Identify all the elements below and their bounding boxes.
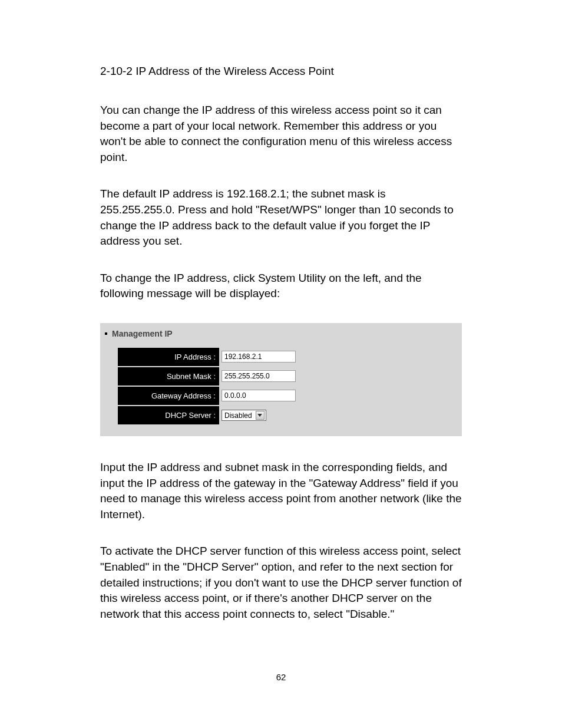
page-number: 62 — [0, 672, 562, 682]
subnet-mask-row: Subnet Mask : — [100, 367, 462, 386]
dhcp-server-row: DHCP Server : Disabled — [100, 406, 462, 424]
paragraph: To change the IP address, click System U… — [100, 271, 462, 302]
paragraph: Input the IP address and subnet mask in … — [100, 460, 462, 522]
subnet-mask-label: Subnet Mask : — [118, 367, 219, 386]
document-page: 2-10-2 IP Address of the Wireless Access… — [0, 0, 562, 728]
gateway-address-label: Gateway Address : — [118, 387, 219, 405]
management-ip-panel: Management IP IP Address : Subnet Mask :… — [100, 323, 462, 436]
chevron-down-icon — [256, 411, 265, 420]
dhcp-server-value: Disabled — [224, 411, 256, 420]
gateway-address-input[interactable] — [222, 390, 296, 401]
subnet-mask-input[interactable] — [222, 370, 296, 382]
gateway-address-row: Gateway Address : — [100, 387, 462, 405]
paragraph: You can change the IP address of this wi… — [100, 103, 462, 165]
section-heading: 2-10-2 IP Address of the Wireless Access… — [100, 65, 462, 78]
paragraph: The default IP address is 192.168.2.1; t… — [100, 186, 462, 249]
bullet-icon — [105, 332, 107, 335]
panel-title: Management IP — [112, 329, 173, 338]
ip-address-label: IP Address : — [118, 348, 219, 366]
ip-address-input[interactable] — [222, 351, 296, 363]
dhcp-server-label: DHCP Server : — [118, 406, 219, 424]
dhcp-server-select[interactable]: Disabled — [222, 410, 266, 421]
ip-address-row: IP Address : — [100, 348, 462, 366]
panel-title-row: Management IP — [100, 329, 462, 347]
paragraph: To activate the DHCP server function of … — [100, 543, 462, 622]
